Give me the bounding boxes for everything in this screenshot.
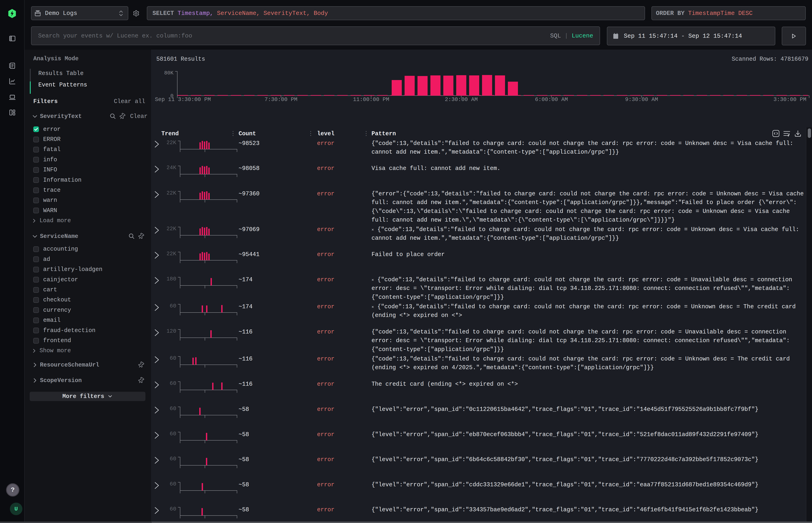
svg-text:22K: 22K [167, 140, 176, 146]
svg-text:60: 60 [170, 405, 176, 412]
svg-text:60: 60 [170, 431, 176, 437]
svg-text:60: 60 [170, 481, 176, 487]
svg-text:120: 120 [167, 328, 176, 334]
svg-text:60: 60 [170, 380, 176, 386]
svg-text:60: 60 [170, 456, 176, 462]
svg-text:80K: 80K [164, 70, 174, 76]
svg-text:22K: 22K [167, 226, 176, 232]
svg-text:22K: 22K [167, 190, 176, 196]
svg-text:22K: 22K [167, 251, 176, 257]
svg-text:180: 180 [167, 276, 176, 282]
svg-text:60: 60 [170, 355, 176, 361]
svg-text:60: 60 [170, 303, 176, 309]
svg-text:60: 60 [170, 506, 176, 512]
svg-text:24K: 24K [167, 164, 176, 171]
